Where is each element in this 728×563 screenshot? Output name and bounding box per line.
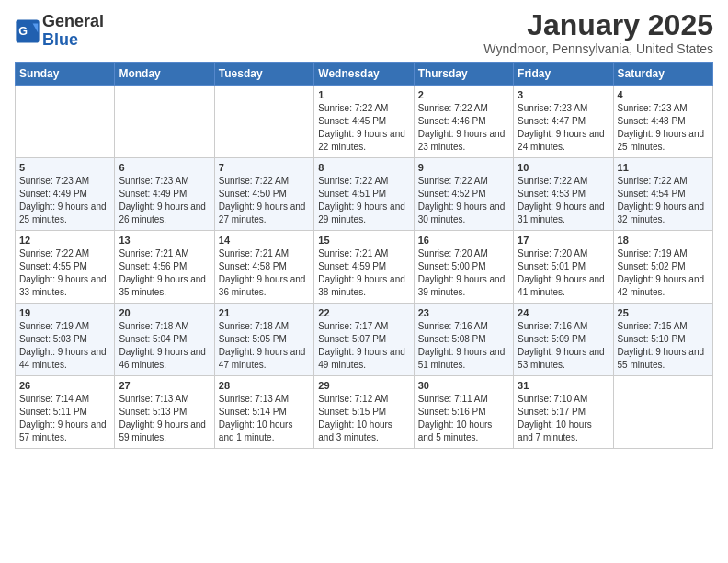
weekday-header: Monday xyxy=(115,63,214,86)
cell-info: Sunrise: 7:13 AMSunset: 5:13 PMDaylight:… xyxy=(119,393,210,444)
day-number: 29 xyxy=(318,380,409,391)
calendar-cell: 29Sunrise: 7:12 AMSunset: 5:15 PMDayligh… xyxy=(314,376,414,449)
calendar-cell: 8Sunrise: 7:22 AMSunset: 4:51 PMDaylight… xyxy=(314,158,414,231)
calendar-cell: 24Sunrise: 7:16 AMSunset: 5:09 PMDayligh… xyxy=(514,304,613,376)
day-number: 15 xyxy=(318,235,409,246)
day-number: 21 xyxy=(219,307,310,318)
calendar-table: SundayMondayTuesdayWednesdayThursdayFrid… xyxy=(15,62,713,449)
cell-info: Sunrise: 7:22 AMSunset: 4:51 PMDaylight:… xyxy=(318,175,409,226)
logo-text: General Blue xyxy=(42,13,104,50)
day-number: 13 xyxy=(119,235,210,246)
day-number: 19 xyxy=(19,307,110,318)
cell-info: Sunrise: 7:19 AMSunset: 5:03 PMDaylight:… xyxy=(19,320,110,372)
cell-info: Sunrise: 7:21 AMSunset: 4:56 PMDaylight:… xyxy=(119,247,210,299)
cell-info: Sunrise: 7:22 AMSunset: 4:55 PMDaylight:… xyxy=(19,247,110,299)
cell-info: Sunrise: 7:23 AMSunset: 4:49 PMDaylight:… xyxy=(119,175,210,226)
weekday-header: Saturday xyxy=(613,63,712,86)
day-number: 3 xyxy=(518,89,609,100)
cell-info: Sunrise: 7:20 AMSunset: 5:01 PMDaylight:… xyxy=(518,247,609,299)
cell-info: Sunrise: 7:12 AMSunset: 5:15 PMDaylight:… xyxy=(318,393,409,444)
cell-info: Sunrise: 7:20 AMSunset: 5:00 PMDaylight:… xyxy=(418,247,509,299)
day-number: 30 xyxy=(418,380,509,391)
calendar-cell: 17Sunrise: 7:20 AMSunset: 5:01 PMDayligh… xyxy=(514,231,613,304)
calendar-cell: 22Sunrise: 7:17 AMSunset: 5:07 PMDayligh… xyxy=(314,304,414,376)
page-container: G General Blue January 2025 Wyndmoor, Pe… xyxy=(0,0,728,464)
cell-info: Sunrise: 7:10 AMSunset: 5:17 PMDaylight:… xyxy=(518,393,609,444)
cell-info: Sunrise: 7:23 AMSunset: 4:49 PMDaylight:… xyxy=(19,175,110,226)
cell-info: Sunrise: 7:21 AMSunset: 4:59 PMDaylight:… xyxy=(318,247,409,299)
day-number: 25 xyxy=(618,307,709,318)
calendar-cell: 10Sunrise: 7:22 AMSunset: 4:53 PMDayligh… xyxy=(514,158,613,231)
cell-info: Sunrise: 7:16 AMSunset: 5:09 PMDaylight:… xyxy=(518,320,609,372)
calendar-cell xyxy=(16,86,115,158)
weekday-header: Tuesday xyxy=(214,63,313,86)
weekday-header: Friday xyxy=(514,63,613,86)
cell-info: Sunrise: 7:22 AMSunset: 4:45 PMDaylight:… xyxy=(318,102,409,154)
cell-info: Sunrise: 7:11 AMSunset: 5:16 PMDaylight:… xyxy=(418,393,509,444)
cell-info: Sunrise: 7:22 AMSunset: 4:53 PMDaylight:… xyxy=(518,175,609,226)
logo: G General Blue xyxy=(15,13,104,50)
calendar-cell: 30Sunrise: 7:11 AMSunset: 5:16 PMDayligh… xyxy=(414,376,513,449)
calendar-cell: 2Sunrise: 7:22 AMSunset: 4:46 PMDaylight… xyxy=(414,86,513,158)
day-number: 16 xyxy=(418,235,509,246)
calendar-cell: 25Sunrise: 7:15 AMSunset: 5:10 PMDayligh… xyxy=(613,304,712,376)
day-number: 4 xyxy=(618,89,709,100)
calendar-cell xyxy=(214,86,313,158)
calendar-cell: 1Sunrise: 7:22 AMSunset: 4:45 PMDaylight… xyxy=(314,86,414,158)
calendar-cell xyxy=(613,376,712,449)
calendar-cell: 11Sunrise: 7:22 AMSunset: 4:54 PMDayligh… xyxy=(613,158,712,231)
calendar-cell: 31Sunrise: 7:10 AMSunset: 5:17 PMDayligh… xyxy=(514,376,613,449)
calendar-cell: 19Sunrise: 7:19 AMSunset: 5:03 PMDayligh… xyxy=(16,304,115,376)
calendar-cell: 27Sunrise: 7:13 AMSunset: 5:13 PMDayligh… xyxy=(115,376,214,449)
calendar-cell: 26Sunrise: 7:14 AMSunset: 5:11 PMDayligh… xyxy=(16,376,115,449)
cell-info: Sunrise: 7:23 AMSunset: 4:47 PMDaylight:… xyxy=(518,102,609,154)
calendar-cell: 4Sunrise: 7:23 AMSunset: 4:48 PMDaylight… xyxy=(613,86,712,158)
day-number: 7 xyxy=(219,162,310,173)
day-number: 12 xyxy=(19,235,110,246)
logo-icon: G xyxy=(15,18,40,44)
month-title: January 2025 xyxy=(483,9,713,41)
weekday-header: Thursday xyxy=(414,63,513,86)
day-number: 26 xyxy=(19,380,110,391)
calendar-cell: 14Sunrise: 7:21 AMSunset: 4:58 PMDayligh… xyxy=(214,231,313,304)
cell-info: Sunrise: 7:21 AMSunset: 4:58 PMDaylight:… xyxy=(219,247,310,299)
cell-info: Sunrise: 7:14 AMSunset: 5:11 PMDaylight:… xyxy=(19,393,110,444)
cell-info: Sunrise: 7:22 AMSunset: 4:54 PMDaylight:… xyxy=(618,175,709,226)
day-number: 9 xyxy=(418,162,509,173)
cell-info: Sunrise: 7:23 AMSunset: 4:48 PMDaylight:… xyxy=(618,102,709,154)
header: G General Blue January 2025 Wyndmoor, Pe… xyxy=(15,9,713,56)
day-number: 6 xyxy=(119,162,210,173)
calendar-cell: 21Sunrise: 7:18 AMSunset: 5:05 PMDayligh… xyxy=(214,304,313,376)
calendar-cell: 6Sunrise: 7:23 AMSunset: 4:49 PMDaylight… xyxy=(115,158,214,231)
day-number: 14 xyxy=(219,235,310,246)
day-number: 17 xyxy=(518,235,609,246)
calendar-cell: 5Sunrise: 7:23 AMSunset: 4:49 PMDaylight… xyxy=(16,158,115,231)
weekday-header: Sunday xyxy=(16,63,115,86)
cell-info: Sunrise: 7:16 AMSunset: 5:08 PMDaylight:… xyxy=(418,320,509,372)
day-number: 8 xyxy=(318,162,409,173)
day-number: 28 xyxy=(219,380,310,391)
day-number: 20 xyxy=(119,307,210,318)
cell-info: Sunrise: 7:22 AMSunset: 4:52 PMDaylight:… xyxy=(418,175,509,226)
calendar-cell: 20Sunrise: 7:18 AMSunset: 5:04 PMDayligh… xyxy=(115,304,214,376)
cell-info: Sunrise: 7:13 AMSunset: 5:14 PMDaylight:… xyxy=(219,393,310,444)
day-number: 11 xyxy=(618,162,709,173)
day-number: 5 xyxy=(19,162,110,173)
day-number: 23 xyxy=(418,307,509,318)
day-number: 22 xyxy=(318,307,409,318)
calendar-cell: 9Sunrise: 7:22 AMSunset: 4:52 PMDaylight… xyxy=(414,158,513,231)
cell-info: Sunrise: 7:15 AMSunset: 5:10 PMDaylight:… xyxy=(618,320,709,372)
cell-info: Sunrise: 7:19 AMSunset: 5:02 PMDaylight:… xyxy=(618,247,709,299)
title-block: January 2025 Wyndmoor, Pennsylvania, Uni… xyxy=(483,9,713,56)
weekday-header: Wednesday xyxy=(314,63,414,86)
day-number: 10 xyxy=(518,162,609,173)
calendar-cell: 12Sunrise: 7:22 AMSunset: 4:55 PMDayligh… xyxy=(16,231,115,304)
cell-info: Sunrise: 7:18 AMSunset: 5:05 PMDaylight:… xyxy=(219,320,310,372)
calendar-cell: 3Sunrise: 7:23 AMSunset: 4:47 PMDaylight… xyxy=(514,86,613,158)
day-number: 24 xyxy=(518,307,609,318)
svg-text:G: G xyxy=(18,25,28,38)
calendar-week-row: 5Sunrise: 7:23 AMSunset: 4:49 PMDaylight… xyxy=(16,158,713,231)
calendar-cell: 18Sunrise: 7:19 AMSunset: 5:02 PMDayligh… xyxy=(613,231,712,304)
day-number: 18 xyxy=(618,235,709,246)
calendar-week-row: 19Sunrise: 7:19 AMSunset: 5:03 PMDayligh… xyxy=(16,304,713,376)
